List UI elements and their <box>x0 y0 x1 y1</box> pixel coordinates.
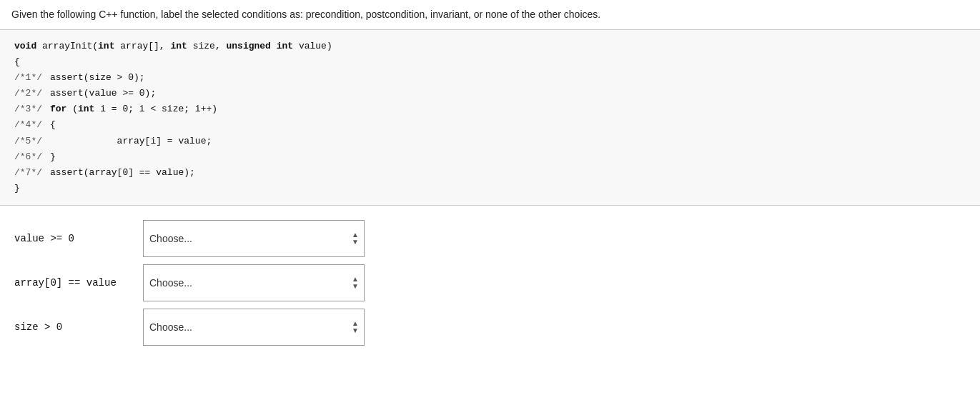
code-signature: void arrayInit(int array[], int size, un… <box>14 39 332 54</box>
code-signature-line: void arrayInit(int array[], int size, un… <box>14 39 966 54</box>
code-line-6: /*6*/ } <box>14 149 966 165</box>
select-wrapper-2: Choose... precondition postcondition inv… <box>143 264 365 301</box>
condition-label-3: size > 0 <box>14 321 143 333</box>
choose-select-2[interactable]: Choose... precondition postcondition inv… <box>143 264 365 301</box>
answer-row-3: size > 0 Choose... precondition postcond… <box>14 309 966 346</box>
question-label: Given the following C++ function, label … <box>11 9 600 20</box>
select-wrapper-1: Choose... precondition postcondition inv… <box>143 220 365 257</box>
code-line-1: /*1*/ assert(size > 0); <box>14 70 966 86</box>
code-line-3: /*3*/ for (int i = 0; i < size; i++) <box>14 101 966 117</box>
select-wrapper-3: Choose... precondition postcondition inv… <box>143 309 365 346</box>
code-line-7: /*7*/ assert(array[0] == value); <box>14 165 966 181</box>
code-block: void arrayInit(int array[], int size, un… <box>0 30 980 206</box>
question-text: Given the following C++ function, label … <box>0 0 980 30</box>
answer-row-2: array[0] == value Choose... precondition… <box>14 264 966 301</box>
answer-row-1: value >= 0 Choose... precondition postco… <box>14 220 966 257</box>
choose-select-3[interactable]: Choose... precondition postcondition inv… <box>143 309 365 346</box>
answers-section: value >= 0 Choose... precondition postco… <box>0 206 980 367</box>
code-line-4: /*4*/ { <box>14 117 966 133</box>
condition-label-2: array[0] == value <box>14 277 143 289</box>
choose-select-1[interactable]: Choose... precondition postcondition inv… <box>143 220 365 257</box>
code-line-close-brace: } <box>14 181 966 196</box>
condition-label-1: value >= 0 <box>14 233 143 244</box>
code-line-5: /*5*/ array[i] = value; <box>14 134 966 149</box>
code-line-open-brace: { <box>14 54 966 70</box>
code-line-2: /*2*/ assert(value >= 0); <box>14 86 966 101</box>
main-container: Given the following C++ function, label … <box>0 0 980 410</box>
